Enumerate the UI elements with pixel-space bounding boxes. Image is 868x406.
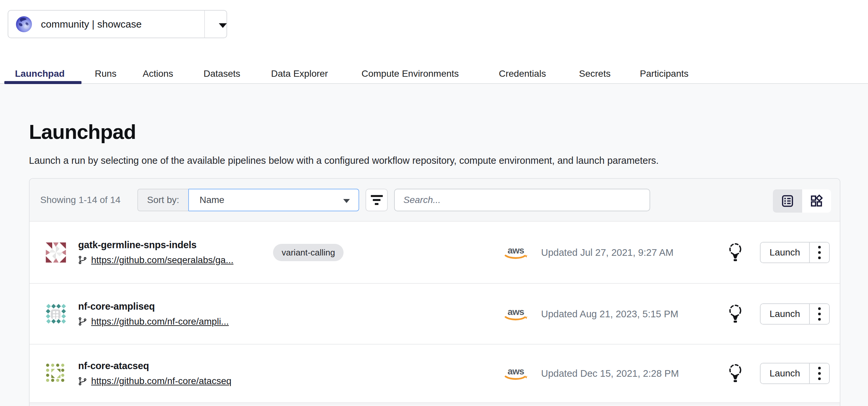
row-menu-button[interactable] <box>809 304 829 324</box>
pipeline-name: nf-core-ampliseq <box>78 301 229 312</box>
tab-compute-environments[interactable]: Compute Environments <box>362 68 459 79</box>
git-branch-icon <box>78 377 87 386</box>
git-branch-icon <box>78 317 87 326</box>
pipeline-logo-atacseq <box>45 363 67 384</box>
list-view-button[interactable] <box>773 190 802 213</box>
lightbulb-icon[interactable] <box>727 304 743 324</box>
updated-timestamp: Updated Aug 21, 2023, 5:15 PM <box>541 308 678 319</box>
active-tab-indicator <box>4 81 82 84</box>
page-subtitle: Launch a run by selecting one of the ava… <box>29 155 659 166</box>
page-content: Launchpad Launch a run by selecting one … <box>0 85 868 406</box>
list-view-icon <box>780 194 795 208</box>
pipeline-logo-ampliseq <box>45 303 67 325</box>
pipeline-name: nf-core-atacseq <box>78 361 231 371</box>
sort-selected-value: Name <box>199 195 224 205</box>
launch-button[interactable]: Launch <box>761 242 809 263</box>
launch-split-button: Launch <box>760 363 830 384</box>
page-title: Launchpad <box>29 120 136 143</box>
svg-text:aws: aws <box>507 245 524 256</box>
view-mode-toggle <box>773 190 831 213</box>
lightbulb-icon[interactable] <box>727 363 743 384</box>
grid-view-icon <box>809 194 824 208</box>
tab-launchpad[interactable]: Launchpad <box>15 68 64 79</box>
chevron-down-icon[interactable] <box>219 23 227 28</box>
tab-actions[interactable]: Actions <box>143 68 173 79</box>
workspace-selector[interactable]: community | showcase <box>8 10 227 38</box>
svg-text:aws: aws <box>507 307 524 317</box>
row-menu-button[interactable] <box>809 242 829 263</box>
sort-control: Sort by: Name <box>137 189 359 211</box>
row-divider <box>30 402 840 406</box>
search-input[interactable] <box>394 189 650 211</box>
pipeline-logo-gatk <box>45 241 67 264</box>
updated-timestamp: Updated Jul 27, 2021, 9:27 AM <box>541 247 674 258</box>
globe-icon <box>16 16 32 33</box>
kebab-icon <box>818 307 821 310</box>
pipeline-row: nf-core-atacseq https://github.com/nf-co… <box>30 344 840 402</box>
aws-logo-icon: aws <box>503 244 528 261</box>
launch-split-button: Launch <box>760 242 830 263</box>
filter-button[interactable] <box>366 189 388 211</box>
sort-select[interactable]: Name <box>188 189 359 211</box>
top-navigation-bar: community | showcase Launchpad Runs Acti… <box>0 0 868 84</box>
pipeline-repo-link[interactable]: https://github.com/nf-core/atacseq <box>91 376 231 386</box>
aws-logo-icon: aws <box>503 306 528 322</box>
workspace-name: community | showcase <box>41 19 142 30</box>
aws-logo-icon: aws <box>503 365 528 382</box>
pipeline-row: gatk-germline-snps-indels https://github… <box>30 222 840 283</box>
pipeline-row: nf-core-ampliseq https://github.com/nf-c… <box>30 283 840 344</box>
tab-participants[interactable]: Participants <box>640 68 688 79</box>
tab-data-explorer[interactable]: Data Explorer <box>271 68 328 79</box>
filter-icon <box>371 195 383 197</box>
results-count: Showing 1-14 of 14 <box>40 179 120 221</box>
pipelines-card: Showing 1-14 of 14 Sort by: Name <box>29 178 840 406</box>
tab-credentials[interactable]: Credentials <box>499 68 546 79</box>
sort-by-label: Sort by: <box>137 189 188 211</box>
grid-view-button[interactable] <box>802 190 831 213</box>
launch-split-button: Launch <box>760 303 830 325</box>
kebab-icon <box>818 367 821 369</box>
pipeline-repo-link[interactable]: https://github.com/nf-core/ampli... <box>91 316 229 327</box>
launch-button[interactable]: Launch <box>761 364 809 383</box>
lightbulb-icon[interactable] <box>727 242 743 263</box>
list-toolbar: Showing 1-14 of 14 Sort by: Name <box>30 179 840 222</box>
tab-runs[interactable]: Runs <box>95 68 116 79</box>
chevron-down-icon <box>343 199 350 203</box>
pipeline-name: gatk-germline-snps-indels <box>78 240 234 250</box>
pipeline-repo-link[interactable]: https://github.com/seqeralabs/ga... <box>91 255 234 266</box>
pipeline-tag-badge: variant-calling <box>273 244 344 261</box>
tab-datasets[interactable]: Datasets <box>204 68 241 79</box>
git-branch-icon <box>78 256 87 265</box>
svg-text:aws: aws <box>507 366 524 376</box>
kebab-icon <box>818 246 821 248</box>
row-menu-button[interactable] <box>809 364 829 383</box>
tab-secrets[interactable]: Secrets <box>579 68 611 79</box>
selector-divider <box>204 11 205 38</box>
updated-timestamp: Updated Dec 15, 2021, 2:28 PM <box>541 368 679 379</box>
launch-button[interactable]: Launch <box>761 304 809 324</box>
